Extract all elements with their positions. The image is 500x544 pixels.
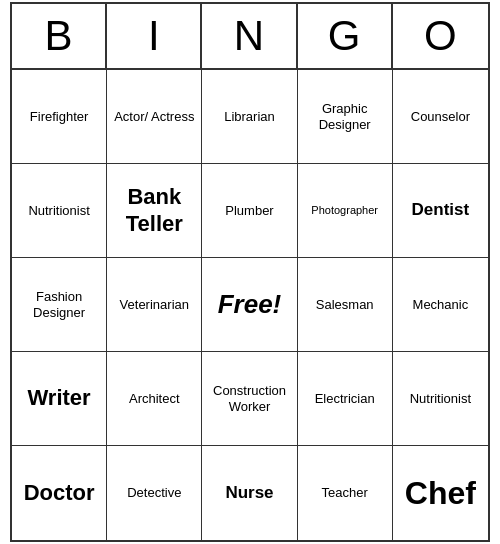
cell-text-4: Counselor (411, 109, 470, 125)
cell-text-13: Salesman (316, 297, 374, 313)
bingo-grid: FirefighterActor/ ActressLibrarianGraphi… (12, 70, 488, 540)
cell-text-22: Nurse (225, 483, 273, 503)
bingo-cell-6: Bank Teller (107, 164, 202, 258)
bingo-cell-22: Nurse (202, 446, 297, 540)
cell-text-23: Teacher (322, 485, 368, 501)
cell-text-5: Nutritionist (28, 203, 89, 219)
cell-text-12: Free! (218, 289, 282, 320)
cell-text-19: Nutritionist (410, 391, 471, 407)
cell-text-18: Electrician (315, 391, 375, 407)
cell-text-21: Detective (127, 485, 181, 501)
bingo-cell-2: Librarian (202, 70, 297, 164)
cell-text-6: Bank Teller (111, 184, 197, 237)
bingo-cell-0: Firefighter (12, 70, 107, 164)
cell-text-14: Mechanic (413, 297, 469, 313)
cell-text-2: Librarian (224, 109, 275, 125)
bingo-cell-12: Free! (202, 258, 297, 352)
cell-text-10: Fashion Designer (16, 289, 102, 320)
cell-text-17: Construction Worker (206, 383, 292, 414)
cell-text-15: Writer (28, 385, 91, 411)
cell-text-11: Veterinarian (120, 297, 189, 313)
header-letter-o: O (393, 4, 488, 68)
bingo-cell-23: Teacher (298, 446, 393, 540)
bingo-cell-15: Writer (12, 352, 107, 446)
header-letter-g: G (298, 4, 393, 68)
bingo-cell-11: Veterinarian (107, 258, 202, 352)
cell-text-20: Doctor (24, 480, 95, 506)
bingo-cell-21: Detective (107, 446, 202, 540)
cell-text-16: Architect (129, 391, 180, 407)
bingo-cell-13: Salesman (298, 258, 393, 352)
cell-text-3: Graphic Designer (302, 101, 388, 132)
bingo-cell-20: Doctor (12, 446, 107, 540)
cell-text-1: Actor/ Actress (114, 109, 194, 125)
cell-text-7: Plumber (225, 203, 273, 219)
bingo-cell-9: Dentist (393, 164, 488, 258)
header-letter-b: B (12, 4, 107, 68)
bingo-cell-7: Plumber (202, 164, 297, 258)
bingo-card: BINGO FirefighterActor/ ActressLibrarian… (10, 2, 490, 542)
bingo-cell-1: Actor/ Actress (107, 70, 202, 164)
bingo-cell-8: Photographer (298, 164, 393, 258)
bingo-cell-5: Nutritionist (12, 164, 107, 258)
bingo-cell-18: Electrician (298, 352, 393, 446)
bingo-cell-4: Counselor (393, 70, 488, 164)
cell-text-24: Chef (405, 474, 476, 512)
bingo-cell-17: Construction Worker (202, 352, 297, 446)
cell-text-8: Photographer (311, 204, 378, 217)
bingo-cell-19: Nutritionist (393, 352, 488, 446)
bingo-cell-14: Mechanic (393, 258, 488, 352)
bingo-header: BINGO (12, 4, 488, 70)
cell-text-9: Dentist (412, 200, 470, 220)
bingo-cell-3: Graphic Designer (298, 70, 393, 164)
bingo-cell-16: Architect (107, 352, 202, 446)
cell-text-0: Firefighter (30, 109, 89, 125)
bingo-cell-10: Fashion Designer (12, 258, 107, 352)
header-letter-i: I (107, 4, 202, 68)
header-letter-n: N (202, 4, 297, 68)
bingo-cell-24: Chef (393, 446, 488, 540)
